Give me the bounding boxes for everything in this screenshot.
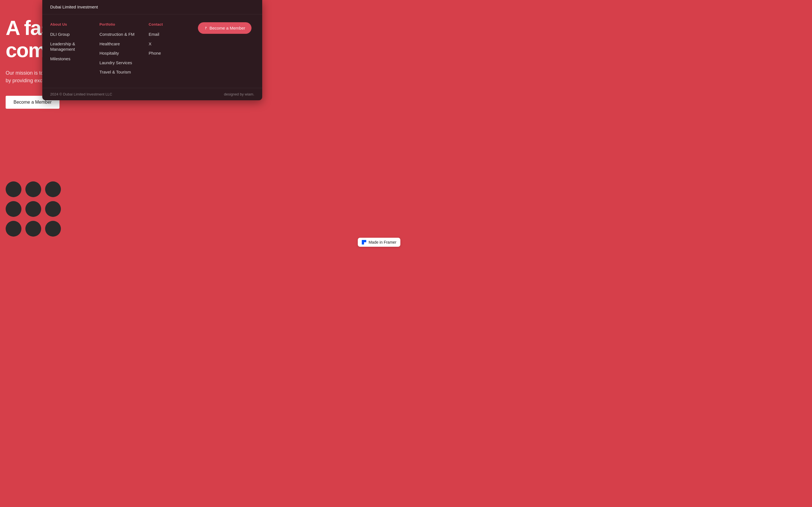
- dot-6: [45, 201, 61, 217]
- nav-member-btn-label: Become a Member: [209, 25, 245, 31]
- dot-9: [45, 221, 61, 237]
- dot-grid-decoration: [6, 181, 61, 237]
- dot-7: [6, 221, 21, 237]
- nav-dropdown: Dubai Limited Investment About Us DLI Gr…: [42, 0, 262, 100]
- framer-badge[interactable]: Made in Framer: [358, 238, 400, 247]
- nav-become-member-button[interactable]: ↗ Become a Member: [198, 22, 252, 34]
- nav-brand-label: Dubai Limited Investment: [50, 4, 98, 9]
- nav-footer: 2024 © Dubai Limited Investment LLC desi…: [42, 88, 262, 100]
- nav-item-hospitality[interactable]: Hospitality: [100, 50, 149, 56]
- dot-2: [26, 181, 41, 197]
- framer-badge-label: Made in Framer: [368, 240, 396, 244]
- dot-3: [45, 181, 61, 197]
- nav-body: About Us DLI Group Leadership & Manageme…: [42, 14, 262, 88]
- arrow-up-right-icon: ↗: [203, 25, 208, 31]
- dot-8: [26, 221, 41, 237]
- nav-designer-credit: designed by wiam.: [224, 92, 254, 96]
- framer-icon: [362, 240, 366, 244]
- nav-col-portfolio: Portfolio Construction & FM Healthcare H…: [100, 22, 149, 79]
- nav-item-healthcare[interactable]: Healthcare: [100, 41, 149, 47]
- dot-1: [6, 181, 21, 197]
- nav-copyright: 2024 © Dubai Limited Investment LLC: [50, 92, 112, 96]
- nav-item-construction[interactable]: Construction & FM: [100, 32, 149, 37]
- nav-col-about: About Us DLI Group Leadership & Manageme…: [50, 22, 100, 79]
- nav-portfolio-label: Portfolio: [100, 22, 149, 26]
- nav-item-leadership[interactable]: Leadership & Management: [50, 41, 100, 52]
- nav-item-laundry[interactable]: Laundry Services: [100, 60, 149, 66]
- nav-about-label: About Us: [50, 22, 100, 26]
- nav-item-email[interactable]: Email: [149, 32, 198, 37]
- dot-5: [26, 201, 41, 217]
- nav-item-phone[interactable]: Phone: [149, 50, 198, 56]
- nav-item-dli-group[interactable]: DLI Group: [50, 32, 100, 37]
- nav-col-contact: Contact Email X Phone: [149, 22, 198, 79]
- nav-contact-label: Contact: [149, 22, 198, 26]
- nav-item-milestones[interactable]: Milestones: [50, 56, 100, 62]
- nav-item-travel[interactable]: Travel & Tourism: [100, 69, 149, 75]
- nav-item-x[interactable]: X: [149, 41, 198, 47]
- nav-header: Dubai Limited Investment: [42, 0, 262, 14]
- nav-right-col: ↗ Become a Member: [198, 22, 254, 79]
- dot-4: [6, 201, 21, 217]
